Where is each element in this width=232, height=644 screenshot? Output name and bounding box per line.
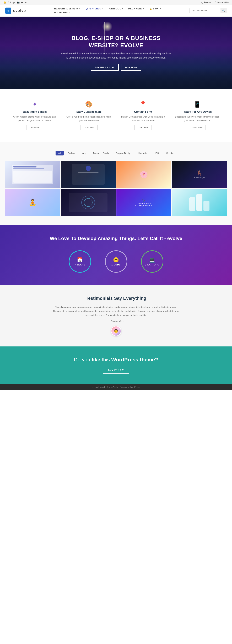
portfolio-tab-all[interactable]: All: [56, 151, 63, 156]
feature-title-2: Easy Customizable: [66, 110, 112, 114]
hero-title: BLOG, E-SHOP OR A BUSINESS WEBSITE? EVOL…: [59, 35, 173, 49]
feature-title-4: Ready For Any Device: [174, 110, 220, 114]
stat-dude-label: 1 DUDE: [111, 264, 121, 266]
portfolio-tab-graphic-design[interactable]: Graphic Design: [113, 151, 134, 156]
portfolio-item-7[interactable]: 💱 cryptocurrency exchange platform: [117, 189, 171, 216]
wand-icon: ✦: [12, 101, 58, 108]
portfolio-tab-android[interactable]: Android: [65, 151, 78, 156]
stat-laptops: 💻 2 LAPTOPS: [141, 250, 163, 275]
google-plus-icon[interactable]: g+: [13, 1, 15, 4]
instagram-icon[interactable]: 📷: [17, 1, 20, 4]
portfolio-item-4[interactable]: 🦌 Forest Night: [172, 160, 227, 188]
cta-title: Do you like this WordPress theme?: [5, 357, 227, 362]
learn-more-button-4[interactable]: Learn more: [189, 125, 206, 130]
stats-grid: 📅 7 YEARS 😊 1 DUDE 💻 2 LAPTOPS: [5, 250, 227, 275]
portfolio-section: All Android App Business Cards Graphic D…: [0, 142, 232, 225]
stat-dude: 😊 1 DUDE: [105, 250, 127, 275]
top-bar-right: My Account 0 Items - $0.00: [201, 1, 228, 4]
search-button[interactable]: 🔍: [220, 8, 227, 13]
map-pin-icon: 📍: [121, 101, 166, 108]
feature-ready-for-any-device: 📱 Ready For Any Device Bootstrap Framewo…: [173, 97, 222, 134]
portfolio-item-2[interactable]: [61, 160, 115, 188]
learn-more-button-1[interactable]: Learn more: [26, 125, 43, 130]
buy-now-button[interactable]: Buy Now: [121, 64, 141, 71]
chevron-down-icon: ▾: [69, 12, 70, 14]
nav-headers-sliders[interactable]: HEADERS & SLIDERS ▾: [54, 8, 80, 10]
cta-title-strong: WordPress theme?: [111, 357, 158, 362]
features-section: ✦ Beautifully Simple Clean modern theme …: [0, 89, 232, 142]
nav-shop[interactable]: 🔒 SHOP ▾: [150, 8, 161, 10]
nav-portfolio[interactable]: PORTFOLIO ▾: [108, 8, 123, 10]
feature-desc-3: Built-In Contact Page with Google Maps i…: [121, 115, 166, 122]
buy-it-now-button[interactable]: BUY IT NOW: [103, 367, 129, 374]
notification-icon: 🔔: [4, 1, 6, 4]
facebook-icon[interactable]: f: [8, 1, 9, 4]
stat-years: 📅 7 YEARS: [69, 250, 91, 275]
feature-easy-customizable: 🎨 Easy Customizable Over a hundred theme…: [64, 97, 113, 134]
nav-features[interactable]: ⬡ FEATURES ▾: [86, 8, 103, 10]
cart-link[interactable]: 0 Items - $0.00: [215, 1, 228, 4]
nav-layouts[interactable]: ☰ LAYOUTS ▾: [54, 12, 69, 14]
layouts-icon: ☰: [54, 12, 56, 14]
feature-desc-1: Clean modern theme with smooth and pixel…: [12, 115, 58, 122]
stat-circle-laptops: 💻 2 LAPTOPS: [141, 250, 163, 273]
testimonials-section: Testimonials Say Everything Phasellus au…: [0, 285, 232, 346]
footer-text: evolve theme by ThemeWorks • Powered by …: [92, 386, 140, 388]
portfolio-item-8[interactable]: [172, 189, 227, 216]
portfolio-item-5[interactable]: 🧘: [5, 189, 60, 216]
calendar-icon: 📅: [77, 257, 83, 263]
feature-desc-4: Bootstrap Framework makes this theme loo…: [174, 115, 220, 122]
header: e evolve HEADERS & SLIDERS ▾ ⬡ FEATURES …: [0, 5, 232, 17]
avatar-emoji: 👨: [114, 329, 118, 333]
hero-content: BLOG, E-SHOP OR A BUSINESS WEBSITE? EVOL…: [56, 31, 176, 74]
features-list-button[interactable]: Features List: [91, 64, 119, 71]
testimonials-author: — Osman Meza: [34, 320, 198, 322]
my-account-link[interactable]: My Account: [201, 1, 211, 4]
search-input[interactable]: [189, 8, 220, 13]
cta-title-part1: Do you: [74, 357, 92, 362]
learn-more-button-2[interactable]: Learn more: [80, 125, 97, 130]
lock-icon: 🔒: [150, 8, 152, 10]
stat-laptops-label: 2 LAPTOPS: [145, 264, 159, 266]
chevron-down-icon: ▾: [160, 8, 161, 10]
logo[interactable]: e evolve: [5, 8, 26, 14]
top-bar: 🔔 f t g+ 📷 ▶ in My Account 0 Items - $0.…: [0, 0, 232, 5]
portfolio-item-6[interactable]: [61, 189, 115, 216]
portfolio-tab-website[interactable]: Website: [163, 151, 176, 156]
avatar: 👨: [111, 326, 121, 336]
stats-headline: We Love To Develop Amazing Things. Let's…: [5, 235, 227, 242]
nav-area: HEADERS & SLIDERS ▾ ⬡ FEATURES ▾ PORTFOL…: [54, 8, 161, 14]
smile-icon: 😊: [113, 257, 119, 263]
linkedin-icon[interactable]: in: [25, 1, 27, 4]
logo-icon: e: [5, 8, 11, 14]
feature-desc-2: Over a hundred theme options ready to ma…: [66, 115, 112, 122]
portfolio-item-1[interactable]: [5, 160, 60, 188]
hero-description: Lorem ipsum dolor sit amet dictum ante t…: [59, 52, 173, 60]
nav-top: HEADERS & SLIDERS ▾ ⬡ FEATURES ▾ PORTFOL…: [54, 8, 161, 10]
portfolio-item-3[interactable]: 🌸: [117, 160, 171, 188]
portfolio-tab-ios[interactable]: iOS: [152, 151, 162, 156]
hero-glow-effect: [102, 22, 112, 32]
feature-title-3: Contact Form: [121, 110, 166, 114]
logo-text: evolve: [13, 8, 26, 13]
stats-section: We Love To Develop Amazing Things. Let's…: [0, 225, 232, 285]
portfolio-tab-illustration[interactable]: Illustration: [135, 151, 151, 156]
features-icon: ⬡: [86, 8, 88, 10]
hero-buttons: Features List Buy Now: [59, 64, 173, 71]
cta-title-emphasis: like: [92, 357, 100, 362]
chevron-down-icon: ▾: [102, 8, 103, 10]
portfolio-tab-business-cards[interactable]: Business Cards: [90, 151, 111, 156]
testimonials-text: Phasellus auctor ante eu urna semper, in…: [52, 305, 181, 317]
feature-beautifully-simple: ✦ Beautifully Simple Clean modern theme …: [10, 97, 59, 134]
chevron-down-icon: ▾: [143, 8, 144, 10]
stat-circle-years: 📅 7 YEARS: [69, 250, 91, 273]
twitter-icon[interactable]: t: [10, 1, 11, 4]
chevron-down-icon: ▾: [79, 8, 80, 10]
hero-section: BLOG, E-SHOP OR A BUSINESS WEBSITE? EVOL…: [0, 17, 232, 89]
learn-more-button-3[interactable]: Learn more: [135, 125, 152, 130]
youtube-icon[interactable]: ▶: [21, 1, 23, 4]
nav-mega-menu[interactable]: MEGA MENU ▾: [128, 8, 144, 10]
cta-title-part2: this: [100, 357, 111, 362]
portfolio-tab-app[interactable]: App: [79, 151, 89, 156]
laptop-icon: 💻: [149, 257, 155, 263]
